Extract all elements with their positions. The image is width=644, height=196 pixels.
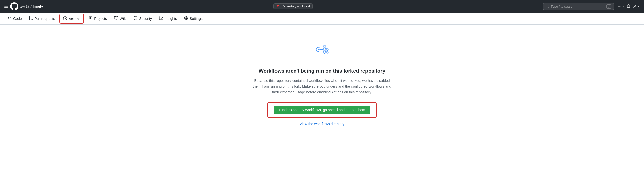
security-icon bbox=[133, 16, 137, 21]
nav-label-code: Code bbox=[13, 17, 22, 21]
code-icon bbox=[8, 16, 12, 21]
actions-icon bbox=[63, 16, 67, 21]
settings-icon bbox=[184, 16, 188, 21]
github-logo[interactable] bbox=[10, 2, 18, 10]
nav-item-projects[interactable]: Projects bbox=[85, 13, 111, 24]
workflow-title: Workflows aren't being run on this forke… bbox=[259, 68, 385, 74]
avatar-button[interactable] bbox=[633, 4, 640, 8]
nav-item-security[interactable]: Security bbox=[130, 13, 156, 24]
breadcrumb-repo: Impify bbox=[33, 4, 43, 8]
workflow-description: Because this repository contained workfl… bbox=[252, 78, 392, 95]
top-nav-left: zyy17 / Impify bbox=[4, 2, 43, 10]
nav-label-actions: Actions bbox=[69, 17, 80, 21]
nav-label-insights: Insights bbox=[165, 17, 177, 21]
nav-item-insights[interactable]: Insights bbox=[156, 13, 180, 24]
top-nav: zyy17 / Impify 🚩 Repository not found / bbox=[0, 0, 644, 13]
nav-label-wiki: Wiki bbox=[120, 17, 126, 21]
nav-label-projects: Projects bbox=[94, 17, 107, 21]
svg-point-12 bbox=[326, 51, 328, 53]
svg-point-7 bbox=[323, 48, 326, 51]
repo-not-found-icon: 🚩 bbox=[276, 5, 280, 8]
nav-item-code[interactable]: Code bbox=[4, 13, 25, 24]
wiki-icon bbox=[114, 16, 118, 21]
nav-label-pull-requests: Pull requests bbox=[34, 17, 55, 21]
insights-icon bbox=[159, 16, 163, 21]
nav-label-security: Security bbox=[139, 17, 152, 21]
breadcrumb-user[interactable]: zyy17 bbox=[20, 4, 30, 8]
workflow-icon-container bbox=[314, 45, 330, 62]
nav-item-pull-requests[interactable]: Pull requests bbox=[25, 13, 58, 24]
enable-button-container: I understand my workflows, go ahead and … bbox=[267, 102, 377, 118]
top-nav-right: / bbox=[543, 3, 640, 10]
svg-marker-1 bbox=[318, 48, 320, 51]
nav-item-wiki[interactable]: Wiki bbox=[111, 13, 130, 24]
repo-nav: Code Pull requests Actions Projects bbox=[0, 13, 644, 25]
projects-icon bbox=[88, 16, 93, 21]
repo-not-found-label: Repository not found bbox=[282, 5, 310, 8]
svg-point-5 bbox=[323, 45, 326, 48]
nav-label-settings: Settings bbox=[190, 17, 203, 21]
repo-not-found-badge[interactable]: 🚩 Repository not found bbox=[273, 3, 313, 9]
enable-workflows-button[interactable]: I understand my workflows, go ahead and … bbox=[274, 106, 370, 114]
svg-point-10 bbox=[326, 48, 328, 51]
plus-button[interactable] bbox=[617, 4, 624, 8]
search-input[interactable] bbox=[551, 5, 605, 8]
svg-point-8 bbox=[323, 51, 326, 54]
pr-icon bbox=[29, 16, 33, 21]
top-nav-actions bbox=[617, 4, 640, 8]
search-icon bbox=[546, 4, 549, 9]
hamburger-button[interactable] bbox=[4, 4, 8, 8]
search-kbd: / bbox=[606, 4, 611, 9]
main-content: Workflows aren't being run on this forke… bbox=[0, 25, 644, 177]
notification-button[interactable] bbox=[626, 4, 631, 8]
nav-item-settings[interactable]: Settings bbox=[180, 13, 206, 24]
search-bar[interactable]: / bbox=[543, 3, 614, 10]
breadcrumb-separator: / bbox=[31, 4, 32, 8]
breadcrumb: zyy17 / Impify bbox=[20, 4, 43, 8]
view-workflows-link[interactable]: View the workflows directory bbox=[300, 122, 344, 126]
nav-item-actions[interactable]: Actions bbox=[59, 14, 84, 24]
top-nav-middle: 🚩 Repository not found bbox=[46, 3, 540, 9]
workflow-illustration bbox=[314, 45, 330, 61]
